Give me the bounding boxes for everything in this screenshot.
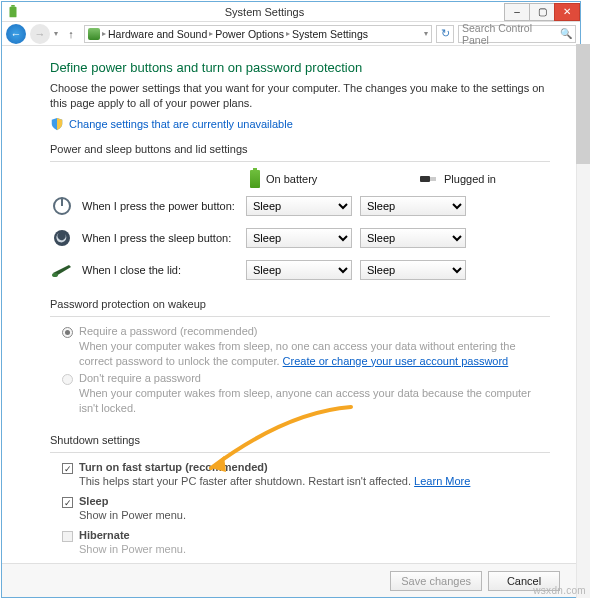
minimize-button[interactable]: –: [504, 3, 530, 21]
lid-close-row: When I close the lid: Sleep Sleep: [50, 258, 550, 282]
row-label: When I press the sleep button:: [82, 232, 238, 244]
checkbox-description: Show in Power menu.: [79, 543, 186, 555]
learn-more-link[interactable]: Learn More: [414, 475, 470, 487]
back-button[interactable]: ←: [6, 24, 26, 44]
checkbox-description: Show in Power menu.: [79, 509, 186, 521]
moon-icon: [50, 226, 74, 250]
history-dropdown-icon[interactable]: ▾: [54, 29, 58, 38]
section-heading: Power and sleep buttons and lid settings: [50, 143, 550, 155]
fast-startup-checkbox[interactable]: [62, 463, 73, 474]
sleep-button-plugged-select[interactable]: Sleep: [360, 228, 466, 248]
search-input[interactable]: Search Control Panel 🔍: [458, 25, 576, 43]
power-button-row: When I press the power button: Sleep Sle…: [50, 194, 550, 218]
on-battery-header: On battery: [250, 170, 360, 188]
section-heading: Password protection on wakeup: [50, 298, 550, 310]
radio-label: Require a password (recommended): [79, 325, 258, 337]
elevated-link-row: Change settings that are currently unava…: [50, 117, 550, 131]
radio-label: Don't require a password: [79, 372, 201, 384]
divider: [50, 452, 550, 453]
search-icon: 🔍: [560, 28, 572, 39]
chevron-down-icon[interactable]: ▾: [424, 29, 428, 38]
content-area: Define power buttons and turn on passwor…: [2, 46, 580, 563]
column-headers: On battery Plugged in: [250, 170, 550, 188]
radio-description: When your computer wakes from sleep, no …: [79, 339, 550, 369]
close-button[interactable]: ✕: [554, 3, 580, 21]
window-buttons: – ▢ ✕: [505, 3, 580, 21]
change-unavailable-link[interactable]: Change settings that are currently unava…: [69, 118, 293, 130]
up-button[interactable]: ↑: [62, 25, 80, 43]
breadcrumb[interactable]: System Settings: [292, 28, 368, 40]
radio-no-password[interactable]: [62, 374, 73, 385]
svg-rect-1: [11, 5, 15, 7]
page-intro: Choose the power settings that you want …: [50, 81, 550, 111]
sleep-checkbox[interactable]: [62, 497, 73, 508]
divider: [50, 316, 550, 317]
sleep-row: Sleep Show in Power menu.: [62, 495, 550, 525]
page-title: Define power buttons and turn on passwor…: [50, 60, 550, 75]
svg-rect-0: [10, 6, 17, 17]
footer-bar: Save changes Cancel: [2, 563, 580, 597]
power-button-plugged-select[interactable]: Sleep: [360, 196, 466, 216]
refresh-button[interactable]: ↻: [436, 25, 454, 43]
save-changes-button[interactable]: Save changes: [390, 571, 482, 591]
window: System Settings – ▢ ✕ ← → ▾ ↑ ▸ Hardware…: [1, 1, 581, 598]
watermark: wsxdn.com: [533, 585, 586, 596]
fast-startup-row: Turn on fast startup (recommended) This …: [62, 461, 550, 491]
shield-icon: [50, 117, 64, 131]
maximize-button[interactable]: ▢: [529, 3, 555, 21]
titlebar: System Settings – ▢ ✕: [2, 2, 580, 22]
sleep-button-row: When I press the sleep button: Sleep Sle…: [50, 226, 550, 250]
address-bar[interactable]: ▸ Hardware and Sound ▸ Power Options ▸ S…: [84, 25, 432, 43]
power-icon: [50, 194, 74, 218]
explorer-navbar: ← → ▾ ↑ ▸ Hardware and Sound ▸ Power Opt…: [2, 22, 580, 46]
row-label: When I close the lid:: [82, 264, 238, 276]
checkbox-label: Turn on fast startup (recommended): [79, 461, 268, 473]
hibernate-row: Hibernate Show in Power menu.: [62, 529, 550, 559]
radio-require-password[interactable]: [62, 327, 73, 338]
scrollbar-thumb[interactable]: [576, 44, 590, 164]
chevron-right-icon[interactable]: ▸: [286, 29, 290, 38]
chevron-right-icon[interactable]: ▸: [209, 29, 213, 38]
chevron-right-icon[interactable]: ▸: [102, 29, 106, 38]
plugged-in-header: Plugged in: [420, 173, 530, 185]
breadcrumb[interactable]: Hardware and Sound: [108, 28, 207, 40]
no-password-option: Don't require a password When your compu…: [62, 372, 550, 416]
forward-button[interactable]: →: [30, 24, 50, 44]
control-panel-icon: [88, 28, 100, 40]
laptop-icon: [50, 258, 74, 282]
hibernate-checkbox[interactable]: [62, 531, 73, 542]
require-password-option: Require a password (recommended) When yo…: [62, 325, 550, 369]
checkbox-description: This helps start your PC faster after sh…: [79, 475, 470, 487]
lid-battery-select[interactable]: Sleep: [246, 260, 352, 280]
search-placeholder: Search Control Panel: [462, 22, 560, 46]
power-button-battery-select[interactable]: Sleep: [246, 196, 352, 216]
row-label: When I press the power button:: [82, 200, 238, 212]
checkbox-label: Sleep: [79, 495, 108, 507]
battery-icon: [250, 170, 260, 188]
battery-app-icon: [6, 5, 20, 19]
create-password-link[interactable]: Create or change your user account passw…: [283, 355, 509, 367]
divider: [50, 161, 550, 162]
window-title: System Settings: [24, 6, 505, 18]
section-heading: Shutdown settings: [50, 434, 550, 446]
svg-point-5: [52, 273, 58, 277]
sleep-button-battery-select[interactable]: Sleep: [246, 228, 352, 248]
checkbox-label: Hibernate: [79, 529, 130, 541]
radio-description: When your computer wakes from sleep, any…: [79, 386, 550, 416]
plug-icon: [420, 174, 438, 184]
lid-plugged-select[interactable]: Sleep: [360, 260, 466, 280]
breadcrumb[interactable]: Power Options: [215, 28, 284, 40]
